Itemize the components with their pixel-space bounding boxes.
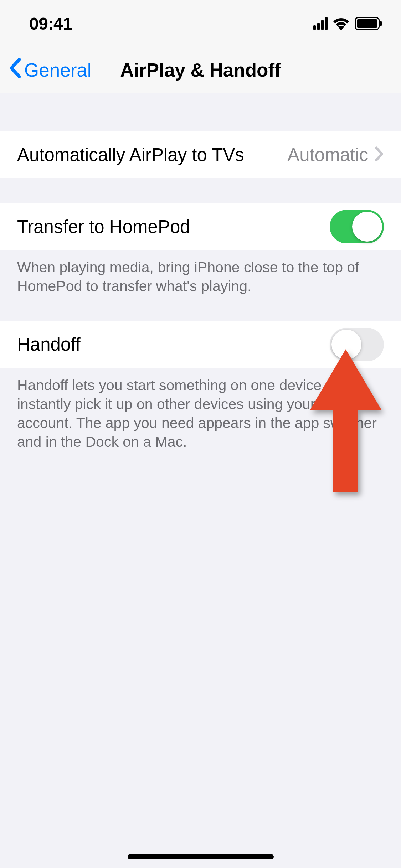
row-transfer-to-homepod: Transfer to HomePod (0, 203, 401, 250)
navigation-bar: General AirPlay & Handoff (0, 47, 401, 93)
chevron-left-icon (9, 57, 22, 83)
row-label: Transfer to HomePod (17, 216, 330, 237)
content: Automatically AirPlay to TVs Automatic T… (0, 93, 401, 452)
row-label: Handoff (17, 334, 330, 355)
row-label: Automatically AirPlay to TVs (17, 144, 287, 165)
status-icons (313, 17, 382, 30)
handoff-footer: Handoff lets you start something on one … (0, 368, 401, 452)
status-time: 09:41 (29, 14, 72, 33)
row-automatically-airplay[interactable]: Automatically AirPlay to TVs Automatic (0, 131, 401, 178)
row-value: Automatic (287, 144, 368, 165)
page-title: AirPlay & Handoff (120, 59, 281, 81)
chevron-right-icon (375, 146, 384, 163)
wifi-icon (332, 17, 350, 30)
transfer-footer: When playing media, bring iPhone close t… (0, 250, 401, 296)
handoff-toggle[interactable] (330, 328, 384, 361)
status-bar: 09:41 (0, 0, 401, 47)
cellular-icon (313, 17, 328, 30)
transfer-to-homepod-toggle[interactable] (330, 210, 384, 243)
row-handoff: Handoff (0, 321, 401, 368)
home-indicator[interactable] (128, 854, 274, 859)
back-label: General (24, 59, 92, 81)
back-button[interactable]: General (9, 57, 92, 83)
battery-icon (355, 17, 382, 30)
